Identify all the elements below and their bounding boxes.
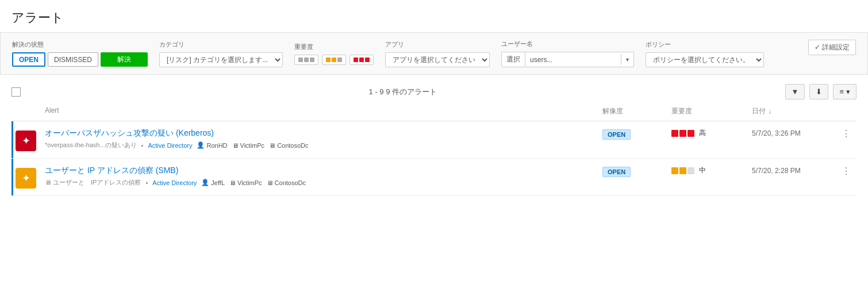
- alert-meta-1: *overpass-the-hash...の疑いあり • Active Dire…: [45, 141, 593, 149]
- alert-meta-2: 🖥 ユーザーと IPアドレスの偵察 • Active Directory 👤 J…: [45, 178, 593, 187]
- alert-icon-cell-2: ✦: [11, 166, 40, 189]
- more-icon-2[interactable]: ⋮: [839, 166, 853, 176]
- severity-indicator-1: [671, 130, 694, 137]
- sort-icon: ↓: [768, 108, 771, 116]
- alerts-toolbar: 1 - 9 9 件のアラート ▼ ⬇ ≡ ▾: [11, 84, 857, 99]
- alert-title-1[interactable]: オーバーパスザハッシュ攻撃の疑い (Kerberos): [45, 128, 593, 139]
- pc-icon-1a: 🖥: [232, 142, 239, 149]
- col-actions: [839, 106, 857, 116]
- alert-category-2[interactable]: Active Directory: [152, 179, 197, 186]
- resolution-buttons: OPEN DISMISSED 解決: [12, 52, 148, 67]
- alerts-count: 1 - 9 9 件のアラート: [25, 87, 781, 97]
- download-button[interactable]: ⬇: [809, 84, 828, 99]
- app-label: アプリ: [385, 40, 490, 49]
- policy-select[interactable]: ポリシーを選択してください。: [646, 52, 764, 67]
- severity-cell-1: 高: [667, 128, 747, 138]
- alert-title-2[interactable]: ユーザーと IP アドレスの偵察 (SMB): [45, 166, 593, 176]
- entity-label-1b: VictimPc: [240, 142, 265, 149]
- pc-icon-2b: 🖥: [267, 179, 273, 186]
- category-label: カテゴリ: [159, 40, 283, 49]
- resolution-cell-2: OPEN: [598, 166, 667, 177]
- btn-resolved[interactable]: 解決: [101, 52, 148, 67]
- col-alert: Alert: [40, 106, 598, 116]
- alert-entity-pc-1b: 🖥 ContosoDc: [269, 142, 308, 149]
- severity-label-1: 高: [699, 128, 706, 138]
- btn-open[interactable]: OPEN: [12, 52, 45, 67]
- alert-entity-user-2: 👤 JeffL: [201, 179, 225, 186]
- policy-filter-group: ポリシー ポリシーを選択してください。: [646, 40, 764, 67]
- date-cell-1: 5/7/20, 3:26 PM: [747, 128, 839, 137]
- subtitle-icon-2: 🖥: [45, 179, 51, 186]
- resolution-cell-1: OPEN: [598, 128, 667, 140]
- resolution-filter-group: 解決の状態 OPEN DISMISSED 解決: [12, 40, 148, 67]
- alert-icon-1: ✦: [16, 131, 36, 151]
- sev-dot-9: [365, 57, 370, 62]
- sev-dot-5: [332, 57, 336, 62]
- sev-high-btn[interactable]: [349, 55, 374, 65]
- alert-subtitle-1: *overpass-the-hash...の疑いあり: [45, 141, 137, 149]
- sev-dot-1: [298, 57, 303, 62]
- table-row: ✦ オーバーパスザハッシュ攻撃の疑い (Kerberos) *overpass-…: [11, 121, 857, 159]
- sev-block-2a: [671, 167, 678, 174]
- status-badge-1: OPEN: [602, 129, 631, 140]
- entity-label-2a: JeffL: [211, 179, 225, 186]
- select-all-checkbox[interactable]: [11, 87, 21, 97]
- more-actions-2[interactable]: ⋮: [839, 166, 857, 176]
- severity-buttons: [294, 55, 374, 65]
- filter-button[interactable]: ▼: [785, 84, 805, 99]
- filter-icon: ▼: [792, 87, 799, 96]
- download-icon: ⬇: [816, 87, 822, 96]
- columns-icon: ≡: [839, 87, 844, 96]
- sev-block-2c: [688, 167, 694, 174]
- pc-icon-1b: 🖥: [269, 142, 275, 149]
- sev-block-1a: [671, 130, 678, 137]
- table-header: Alert 解像度 重要度 日付 ↓: [11, 102, 857, 121]
- sev-block-2b: [679, 167, 686, 174]
- col-date-label: 日付: [752, 106, 766, 116]
- sev-dot-8: [359, 57, 364, 62]
- col-date[interactable]: 日付 ↓: [747, 106, 839, 116]
- alert-content-1: オーバーパスザハッシュ攻撃の疑い (Kerberos) *overpass-th…: [40, 128, 598, 149]
- username-select-group: 選択 ▾: [501, 52, 634, 67]
- sev-low-btn[interactable]: [294, 55, 318, 65]
- more-icon-1[interactable]: ⋮: [839, 129, 853, 139]
- category-select[interactable]: [リスク] カテゴリを選択します...: [159, 52, 283, 67]
- alert-entity-user-1: 👤 RonHD: [197, 141, 227, 149]
- columns-chevron-icon: ▾: [846, 87, 850, 96]
- sev-block-1b: [679, 130, 686, 137]
- page-title: アラート: [0, 0, 868, 32]
- more-actions-1[interactable]: ⋮: [839, 128, 857, 139]
- pc-icon-2a: 🖥: [229, 179, 236, 186]
- severity-label: 重要度: [294, 43, 374, 51]
- sev-med-btn[interactable]: [322, 55, 346, 65]
- sev-dot-3: [310, 57, 314, 62]
- entity-label-2c: ContosoDc: [275, 179, 306, 186]
- sev-dot-4: [326, 57, 331, 62]
- username-label: ユーザー名: [501, 40, 634, 48]
- details-settings-button[interactable]: ✓ 詳細設定: [808, 40, 856, 55]
- severity-label-2: 中: [699, 166, 706, 175]
- date-cell-2: 5/7/20, 2:28 PM: [747, 166, 839, 175]
- col-resolution: 解像度: [598, 106, 667, 116]
- user-icon-1: 👤: [197, 141, 205, 149]
- alert-subtitle-2: 🖥 ユーザーと IPアドレスの偵察: [45, 178, 141, 187]
- username-filter-group: ユーザー名 選択 ▾: [501, 40, 634, 67]
- columns-button[interactable]: ≡ ▾: [833, 84, 857, 99]
- policy-label: ポリシー: [646, 40, 764, 49]
- status-badge-2: OPEN: [602, 167, 631, 177]
- alert-category-1[interactable]: Active Directory: [148, 142, 192, 149]
- username-input[interactable]: [525, 53, 621, 66]
- date-text-2: 5/7/20, 2:28 PM: [752, 167, 801, 175]
- alert-entity-pc-2a: 🖥 VictimPc: [229, 179, 262, 186]
- username-chevron-icon[interactable]: ▾: [621, 54, 633, 65]
- col-checkbox: [11, 106, 40, 116]
- app-filter-group: アプリ アプリを選択してください: [385, 40, 490, 67]
- alert-icon-2: ✦: [16, 168, 36, 189]
- alert-icon-cell-1: ✦: [11, 128, 40, 151]
- entity-label-1a: RonHD: [206, 142, 227, 149]
- severity-indicator-2: [671, 167, 694, 174]
- username-prefix: 選択: [502, 52, 525, 67]
- app-select[interactable]: アプリを選択してください: [385, 52, 490, 67]
- btn-dismissed[interactable]: DISMISSED: [48, 52, 98, 67]
- category-filter-group: カテゴリ [リスク] カテゴリを選択します...: [159, 40, 283, 67]
